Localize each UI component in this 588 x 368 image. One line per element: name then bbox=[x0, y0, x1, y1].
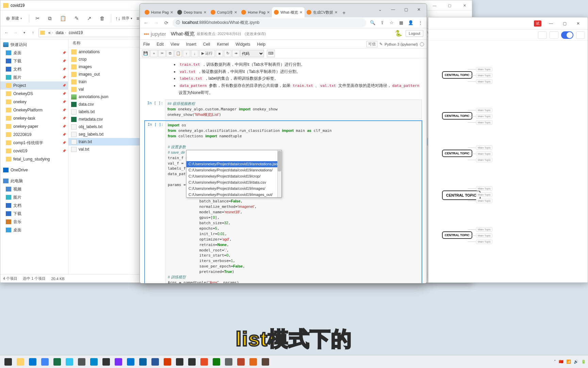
tree-documents2[interactable]: 文档 bbox=[0, 201, 68, 210]
taskbar-app[interactable] bbox=[125, 356, 136, 367]
tree-documents[interactable]: 文档📌 bbox=[0, 65, 68, 73]
tree-pictures2[interactable]: 图片 bbox=[0, 193, 68, 201]
copy-cell-button[interactable]: ⧉ bbox=[166, 50, 174, 57]
tool-button[interactable] bbox=[550, 31, 558, 39]
browser-tab[interactable]: 生成CV数据✕ bbox=[305, 7, 340, 17]
taskbar-app[interactable] bbox=[51, 356, 63, 367]
breadcrumb[interactable]: data› bbox=[54, 30, 67, 35]
tree-fetal[interactable]: fetal_Lung_studying bbox=[0, 155, 68, 163]
save-button[interactable]: 💾 bbox=[142, 50, 149, 57]
notebook-title[interactable]: What-概览 bbox=[171, 31, 195, 37]
restart-button[interactable]: ↻ bbox=[224, 50, 231, 57]
tree-date[interactable]: 20220819📌 bbox=[0, 131, 68, 139]
menu-edit[interactable]: Edit bbox=[157, 42, 164, 47]
close-tab-icon[interactable]: ✕ bbox=[334, 10, 338, 15]
autocomplete-item[interactable]: C:/Users/onekey/Project/data/covid19/ima… bbox=[186, 186, 281, 192]
cut-cell-button[interactable]: ✂ bbox=[158, 50, 166, 57]
taskbar-app[interactable] bbox=[2, 356, 14, 367]
interrupt-button[interactable]: ■ bbox=[216, 50, 223, 57]
system-tray[interactable]: ˄ 🇨🇳 📶 🔊 🔋 bbox=[554, 355, 586, 368]
tree-onekeytask[interactable]: onekey-task📌 bbox=[0, 114, 68, 122]
profile-icon[interactable]: 👤 bbox=[406, 18, 415, 27]
nav-tree[interactable]: 快速访问 桌面📌 下载📌 文档📌 图片📌 Project📌 OnekeyDS📌 … bbox=[0, 39, 68, 274]
tree-video[interactable]: 视频 bbox=[0, 185, 68, 193]
mindmap-leaf[interactable]: Main Topic bbox=[476, 233, 492, 238]
menu-icon[interactable]: ⋮ bbox=[416, 18, 425, 27]
taskbar-app[interactable] bbox=[186, 356, 198, 367]
paste-button[interactable]: 📋 bbox=[58, 15, 68, 22]
new-button[interactable]: ⊕新建▾ bbox=[3, 14, 25, 23]
tree-quick-access[interactable]: 快速访问 bbox=[0, 41, 68, 49]
toggle-switch[interactable] bbox=[561, 31, 573, 39]
browser-tab[interactable]: Home Pag✕ bbox=[143, 7, 175, 17]
tree-music[interactable]: 音乐 bbox=[0, 218, 68, 226]
maximize-button[interactable]: ▢ bbox=[442, 0, 457, 11]
autocomplete-item[interactable]: C:/Users/onekey/Project/data/covid19/ima… bbox=[186, 192, 281, 198]
close-tab-icon[interactable]: ✕ bbox=[170, 10, 173, 15]
up-button[interactable]: ↑ bbox=[30, 30, 36, 35]
mindmap-leaf[interactable]: Main Topic bbox=[476, 108, 492, 112]
tree-covid19[interactable]: covid19📌 bbox=[0, 147, 68, 155]
code-editor[interactable]: ## 获得视频教程 from onekey_algo.custom.Manage… bbox=[165, 99, 422, 119]
rename-button[interactable]: ✎ bbox=[72, 15, 81, 22]
minimize-button[interactable]: — bbox=[427, 0, 442, 11]
delete-button[interactable]: 🗑 bbox=[98, 15, 107, 22]
taskbar-app[interactable] bbox=[137, 356, 149, 367]
mindmap-leaf[interactable]: Main Topic bbox=[476, 145, 492, 150]
maximize-button[interactable]: ▢ bbox=[399, 5, 412, 14]
taskbar-app[interactable] bbox=[100, 356, 112, 367]
url-bar[interactable]: ⓘ localhost:8890/notebooks/What-概览.ipynb bbox=[173, 18, 366, 27]
mindmap-central-node[interactable]: CENTRAL TOPIC bbox=[442, 190, 480, 200]
close-tab-icon[interactable]: ✕ bbox=[234, 10, 237, 15]
tray-icon[interactable]: 📶 bbox=[566, 359, 571, 364]
command-palette-button[interactable]: ⌨ bbox=[267, 50, 275, 57]
taskbar-app[interactable] bbox=[174, 356, 185, 367]
mindmap-leaf[interactable]: Main Topic bbox=[476, 186, 492, 191]
bookmark-icon[interactable]: ☆ bbox=[387, 18, 396, 27]
mindmap-leaf[interactable]: Main Topic bbox=[476, 158, 492, 162]
tab-dropdown-button[interactable]: ⌄ bbox=[374, 5, 387, 14]
browser-tab[interactable]: Comp1传✕ bbox=[209, 7, 239, 17]
autocomplete-item[interactable]: C:/Users/onekey/Project/data/covid19/ann… bbox=[186, 161, 281, 167]
taskbar-app[interactable] bbox=[162, 356, 173, 367]
mindmap-leaf[interactable]: Main Topic bbox=[476, 79, 492, 84]
taskbar-app[interactable] bbox=[211, 356, 222, 367]
tree-comp1[interactable]: comp1-传统组学📌 bbox=[0, 139, 68, 147]
jupyter-logo[interactable]: jupyter bbox=[144, 31, 166, 37]
tray-icon[interactable]: 🇨🇳 bbox=[559, 359, 564, 364]
run-button[interactable]: ▶运行 bbox=[199, 50, 215, 57]
taskbar-app[interactable] bbox=[149, 356, 161, 367]
code-cell-selected[interactable]: In [ ]: import os from onekey_algo.class… bbox=[145, 121, 422, 283]
tray-expand-icon[interactable]: ˄ bbox=[554, 359, 556, 364]
move-down-button[interactable]: ↓ bbox=[191, 50, 198, 57]
add-cell-button[interactable]: ＋ bbox=[150, 50, 158, 57]
recent-button[interactable]: ▾ bbox=[21, 31, 28, 34]
menu-insert[interactable]: Insert bbox=[186, 42, 196, 47]
mindmap-canvas[interactable]: Central TopicMain TopicMain TopicMain To… bbox=[428, 41, 588, 282]
browser-tab[interactable]: Deep trans✕ bbox=[175, 7, 209, 17]
tree-desktop2[interactable]: 桌面 bbox=[0, 226, 68, 234]
taskbar-app[interactable] bbox=[235, 356, 247, 367]
tree-project[interactable]: Project📌 bbox=[0, 81, 68, 90]
restart-run-button[interactable]: ↠ bbox=[232, 50, 240, 57]
tree-pictures[interactable]: 图片📌 bbox=[0, 73, 68, 81]
close-tab-icon[interactable]: ✕ bbox=[267, 10, 270, 15]
trusted-button[interactable]: 可信 bbox=[366, 41, 377, 47]
mindmap-central-node[interactable]: Central Topic bbox=[442, 71, 472, 79]
taskbar-app[interactable] bbox=[260, 356, 271, 367]
close-button[interactable]: ✕ bbox=[457, 0, 472, 11]
browser-tab[interactable]: Home Pag✕ bbox=[239, 7, 272, 17]
taskbar-app[interactable] bbox=[88, 356, 100, 367]
autocomplete-item[interactable]: C:/Users/onekey/Project/data/covid19/cro… bbox=[186, 173, 281, 180]
forward-button[interactable]: → bbox=[152, 19, 160, 27]
tree-onekey[interactable]: onekey📌 bbox=[0, 98, 68, 106]
share-icon[interactable]: ⇪ bbox=[378, 18, 387, 27]
tree-downloads2[interactable]: 下载 bbox=[0, 210, 68, 218]
taskbar-app[interactable] bbox=[15, 356, 26, 367]
code-cell[interactable]: In [ ]: ## 获得视频教程 from onekey_algo.custo… bbox=[145, 99, 422, 119]
scrollbar[interactable] bbox=[277, 150, 281, 197]
mindmap-leaf[interactable]: Main Topic bbox=[476, 227, 492, 232]
browser-tab[interactable]: What-概览✕ bbox=[272, 7, 304, 17]
menu-kernel[interactable]: Kernel bbox=[217, 42, 229, 47]
move-up-button[interactable]: ↑ bbox=[183, 50, 190, 57]
